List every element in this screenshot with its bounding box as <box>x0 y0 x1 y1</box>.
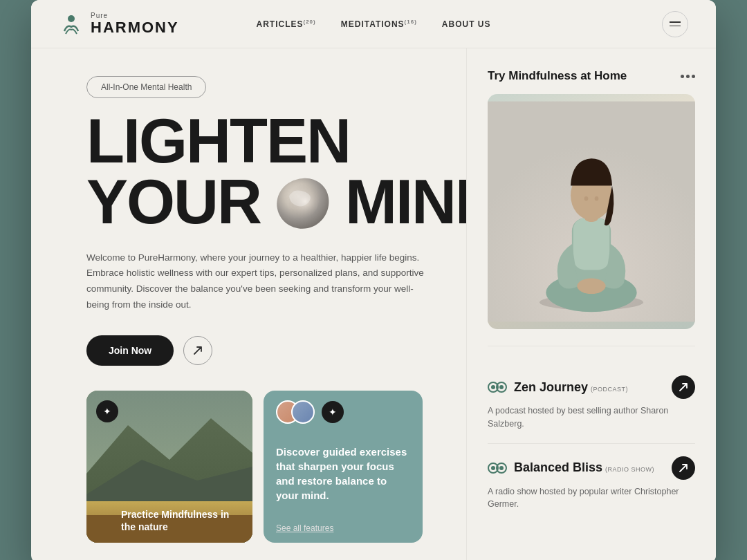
logo-text: Pure HARMONY <box>91 12 179 36</box>
dot1 <box>681 75 684 78</box>
podcast-1-title-row: Zen Journey (PODCAST) <box>514 380 628 395</box>
podcast-item-1: Zen Journey (PODCAST) A podcast hosted b… <box>488 363 695 444</box>
podcast-2-header: Balanced Bliss (RADIO SHOW) <box>488 456 695 480</box>
mindfulness-section: Try Mindfulness at Home <box>488 69 695 346</box>
hero-description: Welcome to PureHarmony, where your journ… <box>86 250 432 314</box>
nav-articles[interactable]: ARTICLES(20) <box>256 19 315 29</box>
avatar-2 <box>291 400 315 424</box>
see-all-features-link[interactable]: See all features <box>276 523 410 533</box>
podcast-section: Zen Journey (PODCAST) A podcast hosted b… <box>488 363 695 523</box>
hamburger-icon <box>670 21 681 26</box>
teal-card-description: Discover guided exercises that sharpen y… <box>276 445 410 503</box>
podcast-2-type: (RADIO SHOW) <box>605 466 654 473</box>
svg-point-14 <box>584 196 589 201</box>
nav-about[interactable]: ABOUT US <box>442 19 491 29</box>
hero-mind: MIND <box>345 173 467 232</box>
podcast-2-left: Balanced Bliss (RADIO SHOW) <box>488 458 654 478</box>
podcast-1-title: Zen Journey <box>514 380 588 395</box>
3d-blob-icon <box>272 171 334 234</box>
dot3 <box>692 75 695 78</box>
podcast-1-description: A podcast hosted by best selling author … <box>488 404 695 431</box>
svg-point-23 <box>499 466 504 470</box>
podcast-icon-2 <box>488 458 507 478</box>
podcast-2-description: A radio show hosted by popular writer Ch… <box>488 485 695 512</box>
teal-card[interactable]: ✦ Discover guided exercises that sharpen… <box>264 391 423 543</box>
cta-row: Join Now <box>86 335 432 366</box>
arrow-northeast-icon <box>679 382 688 392</box>
hero-line1: LIGHTEN <box>86 112 432 171</box>
svg-point-19 <box>499 385 504 389</box>
arrow-northeast-icon-2 <box>679 463 688 473</box>
join-now-button[interactable]: Join Now <box>86 335 174 366</box>
nature-card-title: Practice Mindfulness in the nature <box>121 508 243 533</box>
logo-icon <box>59 12 84 37</box>
teal-card-top: ✦ <box>276 400 410 424</box>
main-layout: All-In-One Mental Health LIGHTEN YOUR <box>31 48 716 560</box>
nature-card[interactable]: ✦ Practice Mindfulness in the nature <box>86 391 252 543</box>
nature-card-text: Practice Mindfulness in the nature <box>121 508 243 533</box>
svg-point-11 <box>577 279 605 295</box>
main-nav: ARTICLES(20) MEDITATIONS(16) ABOUT US <box>256 19 490 29</box>
teal-card-icon: ✦ <box>322 401 344 423</box>
svg-point-17 <box>491 385 495 389</box>
podcast-1-left: Zen Journey (PODCAST) <box>488 377 628 397</box>
meditation-svg <box>488 94 695 329</box>
hero-your: YOUR <box>86 173 261 232</box>
mindfulness-title: Try Mindfulness at Home <box>488 69 627 83</box>
mindfulness-header: Try Mindfulness at Home <box>488 69 695 83</box>
all-in-one-badge[interactable]: All-In-One Mental Health <box>86 76 206 98</box>
arrow-icon <box>192 345 203 356</box>
plus-icon: ✦ <box>103 406 111 417</box>
podcast-1-type: (PODCAST) <box>591 386 628 393</box>
svg-rect-10 <box>573 218 610 270</box>
browser-window: Pure HARMONY ARTICLES(20) MEDITATIONS(16… <box>31 0 716 560</box>
dot2 <box>686 75 690 78</box>
hero-line2: YOUR <box>86 171 432 234</box>
right-panel: Try Mindfulness at Home <box>467 48 716 560</box>
nature-card-badge: ✦ <box>96 400 118 422</box>
hamburger-button[interactable] <box>662 11 688 37</box>
podcast-icon-1 <box>488 377 507 397</box>
podcast-2-title-row: Balanced Bliss (RADIO SHOW) <box>514 460 654 475</box>
podcast-1-header: Zen Journey (PODCAST) <box>488 375 695 399</box>
meditation-image <box>488 94 695 329</box>
podcast-1-arrow-button[interactable] <box>672 375 695 399</box>
svg-point-21 <box>491 466 495 470</box>
cards-row: ✦ Practice Mindfulness in the nature ✦ <box>86 391 432 543</box>
more-options-button[interactable] <box>681 75 695 78</box>
svg-point-0 <box>68 15 75 22</box>
podcast-2-arrow-button[interactable] <box>672 456 695 480</box>
logo-harmony-label: HARMONY <box>91 19 179 36</box>
arrow-button[interactable] <box>183 336 212 365</box>
nav-meditations[interactable]: MEDITATIONS(16) <box>341 19 417 29</box>
logo-area[interactable]: Pure HARMONY <box>59 12 179 37</box>
header: Pure HARMONY ARTICLES(20) MEDITATIONS(16… <box>31 0 716 48</box>
podcast-item-2: Balanced Bliss (RADIO SHOW) A radio show… <box>488 444 695 524</box>
podcast-2-title: Balanced Bliss <box>514 460 602 475</box>
svg-point-15 <box>595 196 599 201</box>
hero-title: LIGHTEN YOUR <box>86 112 432 234</box>
left-panel: All-In-One Mental Health LIGHTEN YOUR <box>31 48 467 560</box>
